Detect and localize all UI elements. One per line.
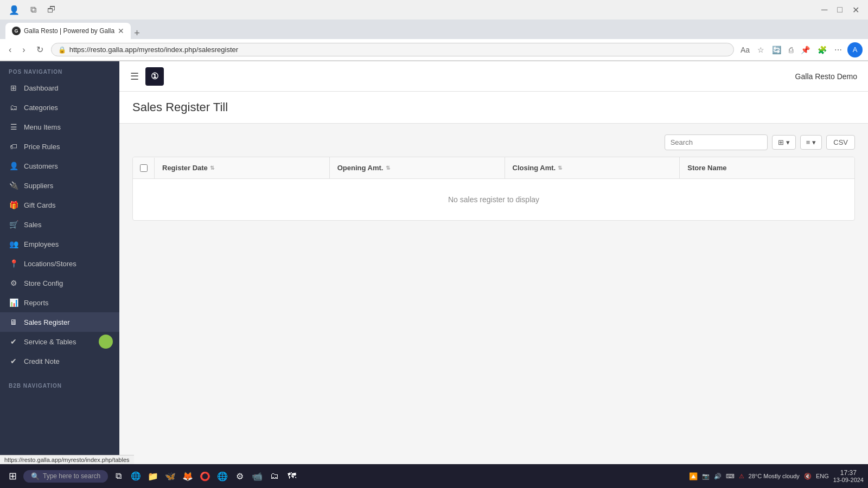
pin-btn[interactable]: 📌 (799, 44, 812, 55)
main-panel: ☰ ① Galla Resto Demo Sales Register Till… (119, 61, 868, 488)
address-bar[interactable]: 🔒 https://resto.galla.app/myresto/index.… (51, 43, 734, 56)
logo-text: ① (151, 71, 158, 81)
taskbar-clock[interactable]: 17:37 13-09-2024 (833, 469, 864, 483)
active-tab[interactable]: G Galla Resto | Powered by Galla ✕ (5, 23, 131, 39)
app4-icon[interactable]: 🌐 (214, 468, 231, 484)
extension-btn[interactable]: 🧩 (815, 44, 829, 55)
customers-icon: 👤 (9, 161, 18, 171)
task-view-btn[interactable]: ⧉ (110, 468, 126, 484)
more-btn[interactable]: ⋯ (832, 44, 844, 55)
forward-button[interactable]: › (19, 44, 28, 56)
search-input[interactable] (665, 134, 768, 150)
sidebar-item-menu-items[interactable]: ☰ Menu Items (0, 117, 119, 137)
window-btn[interactable]: 🗗 (44, 4, 59, 16)
clock-time: 17:37 (833, 469, 864, 477)
taskbar-search-icon: 🔍 (31, 472, 40, 480)
columns-btn[interactable]: ≡ ▾ (800, 135, 822, 150)
reports-icon: 📊 (9, 298, 18, 307)
sales-register-icon: 🖥 (9, 317, 18, 327)
sidebar-item-service-tables[interactable]: ✔ Service & Tables (0, 332, 119, 351)
user-avatar[interactable]: A (847, 42, 863, 57)
wallet-btn[interactable]: 🔄 (770, 44, 783, 55)
lock-icon: 🔒 (58, 46, 66, 54)
reader-mode-btn[interactable]: Aa (738, 44, 752, 55)
sidebar-label-locations: Locations/Stores (24, 260, 76, 268)
app2-icon[interactable]: 🦊 (180, 468, 196, 484)
refresh-button[interactable]: ↻ (33, 43, 47, 56)
close-btn[interactable]: ✕ (849, 4, 863, 16)
camera-icon: 📷 (702, 473, 710, 480)
status-url: https://resto.galla.app/myresto/index.ph… (4, 457, 130, 463)
taskbar-search-bar[interactable]: 🔍 Type here to search (23, 470, 108, 483)
app6-icon[interactable]: 📹 (249, 468, 265, 484)
edge-icon[interactable]: 🌐 (127, 468, 144, 484)
sales-icon: 🛒 (9, 220, 18, 229)
col-opening-amt-label: Opening Amt. (337, 164, 384, 172)
select-all-checkbox[interactable] (140, 164, 148, 172)
categories-icon: 🗂 (9, 102, 18, 112)
sidebar-item-dashboard[interactable]: ⊞ Dashboard (0, 78, 119, 98)
sidebar-item-customers[interactable]: 👤 Customers (0, 156, 119, 176)
sort-icon-register-date: ⇅ (210, 165, 214, 171)
sidebar-item-locations-stores[interactable]: 📍 Locations/Stores (0, 254, 119, 273)
app8-icon[interactable]: 🗺 (284, 468, 300, 484)
service-tables-badge (99, 335, 113, 349)
sidebar-item-sales-register[interactable]: 🖥 Sales Register (0, 312, 119, 332)
tab-close-icon[interactable]: ✕ (118, 27, 124, 35)
sidebar-toggle-btn[interactable]: ⎙ (787, 44, 795, 55)
sidebar-item-store-config[interactable]: ⚙ Store Config (0, 273, 119, 293)
app1-icon[interactable]: 🦋 (162, 468, 178, 484)
locations-icon: 📍 (9, 259, 18, 268)
browser-nav: ‹ › ↻ 🔒 https://resto.galla.app/myresto/… (0, 39, 868, 61)
col-closing-amt[interactable]: Closing Amt. ⇅ (505, 157, 680, 178)
columns-chevron: ▾ (812, 138, 816, 146)
sidebar-item-price-rules[interactable]: 🏷 Price Rules (0, 137, 119, 156)
start-button[interactable]: ⊞ (4, 469, 21, 483)
sidebar-item-reports[interactable]: 📊 Reports (0, 293, 119, 312)
back-button[interactable]: ‹ (5, 44, 15, 56)
sound-icon: 🔊 (714, 473, 722, 480)
taskbar-quicklaunch: ⧉ 🌐 📁 🦋 🦊 ⭕ 🌐 ⚙ 📹 🗂 🗺 (110, 468, 300, 484)
tab-favicon: G (12, 27, 21, 35)
browser-chrome: 👤 ⧉ 🗗 ─ □ ✕ G Galla Resto | Powered by G… (0, 0, 868, 61)
credit-note-icon: ✔ (9, 356, 18, 366)
sidebar-label-sales: Sales (24, 221, 42, 229)
app7-icon[interactable]: 🗂 (266, 468, 283, 484)
maximize-btn[interactable]: □ (834, 4, 846, 16)
b2b-section-label: B2B NAVIGATION (0, 375, 119, 392)
new-tab-button[interactable]: + (131, 28, 143, 39)
gift-cards-icon: 🎁 (9, 200, 18, 210)
col-register-date[interactable]: Register Date ⇅ (155, 157, 330, 178)
tab-title: Galla Resto | Powered by Galla (24, 27, 114, 35)
col-store-name[interactable]: Store Name (680, 157, 854, 178)
col-store-name-label: Store Name (687, 164, 726, 172)
mute-icon: 🔇 (804, 473, 812, 480)
hamburger-menu-btn[interactable]: ☰ (130, 70, 139, 82)
sidebar-item-employees[interactable]: 👥 Employees (0, 234, 119, 254)
extensions-btn[interactable]: ⧉ (27, 4, 40, 16)
price-rules-icon: 🏷 (9, 142, 18, 151)
sidebar-item-sales[interactable]: 🛒 Sales (0, 215, 119, 234)
app3-icon[interactable]: ⭕ (197, 468, 213, 484)
sidebar-label-suppliers: Suppliers (24, 182, 53, 190)
minimize-btn[interactable]: ─ (818, 4, 831, 16)
taskbar: ⊞ 🔍 Type here to search ⧉ 🌐 📁 🦋 🦊 ⭕ 🌐 ⚙ … (0, 464, 868, 488)
app5-icon[interactable]: ⚙ (232, 468, 248, 484)
sidebar-item-categories[interactable]: 🗂 Categories (0, 98, 119, 117)
data-table: Register Date ⇅ Opening Amt. ⇅ Closing A… (132, 157, 855, 221)
csv-button[interactable]: CSV (826, 135, 855, 150)
language-text: ENG (816, 473, 829, 479)
col-opening-amt[interactable]: Opening Amt. ⇅ (330, 157, 505, 178)
dashboard-icon: ⊞ (9, 83, 18, 93)
main-content: Sales Register Till ⊞ ▾ ≡ ▾ CSV (119, 92, 868, 488)
bookmark-btn[interactable]: ☆ (755, 44, 767, 55)
grid-view-btn[interactable]: ⊞ ▾ (772, 135, 796, 150)
app-header: ☰ ① Galla Resto Demo (119, 61, 868, 92)
sidebar-item-suppliers[interactable]: 🔌 Suppliers (0, 176, 119, 195)
sidebar-item-credit-note[interactable]: ✔ Credit Note (0, 351, 119, 371)
sidebar-item-gift-cards[interactable]: 🎁 Gift Cards (0, 195, 119, 215)
app-container: POS NAVIGATION ⊞ Dashboard 🗂 Categories … (0, 61, 868, 488)
suppliers-icon: 🔌 (9, 181, 18, 190)
user-icon-btn[interactable]: 👤 (5, 4, 23, 16)
file-explorer-icon[interactable]: 📁 (145, 468, 161, 484)
